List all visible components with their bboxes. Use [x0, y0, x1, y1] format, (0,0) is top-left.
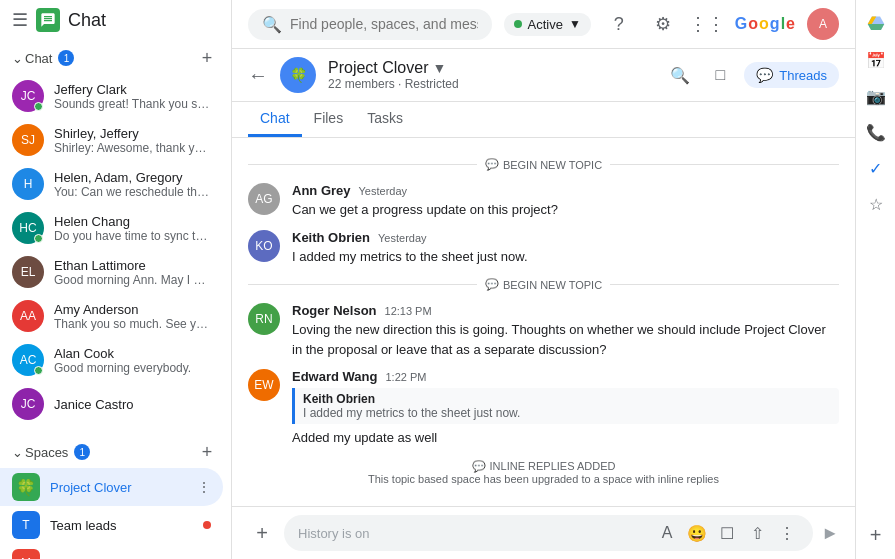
chat-preview: Do you have time to sync tomorrow mori..… [54, 229, 211, 243]
tab-files[interactable]: Files [302, 102, 356, 137]
spaces-section-label: Spaces [25, 445, 68, 460]
chat-name: Shirley, Jeffery [54, 126, 211, 141]
video-call-icon[interactable]: □ [704, 59, 736, 91]
avatar: HC [12, 212, 44, 244]
space-header-sub: 22 members · Restricted [328, 77, 652, 91]
search-input[interactable] [290, 16, 478, 32]
app-logo [36, 8, 60, 32]
topic-divider: 💬 BEGIN NEW TOPIC [248, 158, 839, 171]
chat-name: Alan Cook [54, 346, 211, 361]
chat-item[interactable]: AA Amy Anderson Thank you so much. See y… [0, 294, 223, 338]
google-logo: Google [735, 15, 795, 33]
messages-area: 💬 BEGIN NEW TOPIC AG Ann Grey Yesterday … [232, 138, 855, 506]
message-group: RN Roger Nelson 12:13 PM Loving the new … [248, 303, 839, 359]
send-button[interactable]: ► [821, 523, 839, 544]
chat-section-toggle[interactable]: ⌄ Chat 1 [12, 50, 74, 66]
unread-dot [203, 521, 211, 529]
attach-file-icon[interactable]: ☐ [715, 521, 739, 545]
chat-item[interactable]: H Helen, Adam, Gregory You: Can we resch… [0, 162, 223, 206]
chat-icon: 💬 [485, 158, 499, 171]
user-avatar[interactable]: A [807, 8, 839, 40]
chat-preview: Sounds great! Thank you so much Ann! [54, 97, 211, 111]
message-sender: Ann Grey [292, 183, 351, 198]
hamburger-icon[interactable]: ☰ [12, 9, 28, 31]
chat-item[interactable]: JC Jeffery Clark Sounds great! Thank you… [0, 74, 223, 118]
chat-item[interactable]: AC Alan Cook Good morning everybody. [0, 338, 223, 382]
space-name: Team leads [50, 518, 193, 533]
status-dot [514, 20, 522, 28]
quoted-sender: Keith Obrien [303, 392, 831, 406]
chat-name: Helen Chang [54, 214, 211, 229]
chat-tabs: Chat Files Tasks [232, 102, 855, 138]
chat-name: Amy Anderson [54, 302, 211, 317]
space-header-name: Project Clover ▼ [328, 59, 652, 77]
chat-item[interactable]: JC Janice Castro [0, 382, 223, 426]
chat-header: ← 🍀 Project Clover ▼ 22 members · Restri… [232, 49, 855, 102]
tab-chat[interactable]: Chat [248, 102, 302, 137]
format-text-icon[interactable]: A [655, 521, 679, 545]
search-bar[interactable]: 🔍 [248, 9, 492, 40]
calendar-icon[interactable]: 📅 [860, 44, 892, 76]
add-attachment-button[interactable]: + [248, 519, 276, 547]
space-name: Project Clover [50, 480, 187, 495]
chat-item[interactable]: SJ Shirley, Jeffery Shirley: Awesome, th… [0, 118, 223, 162]
phone-icon[interactable]: 📞 [860, 116, 892, 148]
message-time: Yesterday [359, 185, 408, 197]
space-options-icon[interactable]: ⋮ [197, 479, 211, 495]
status-button[interactable]: Active ▼ [504, 13, 591, 36]
topbar-right: Active ▼ ? ⚙ ⋮⋮ Google A [504, 8, 839, 40]
space-icon: M [12, 549, 40, 559]
tab-tasks[interactable]: Tasks [355, 102, 415, 137]
chat-preview: Thank you so much. See you there. [54, 317, 211, 331]
help-icon[interactable]: ? [603, 8, 635, 40]
sidebar: ☰ Chat ⌄ Chat 1 + JC Jeffery Clark Sound… [0, 0, 232, 559]
meet-icon[interactable]: 📷 [860, 80, 892, 112]
tasks-icon[interactable]: ✓ [860, 152, 892, 184]
chat-item[interactable]: EL Ethan Lattimore Good morning Ann. May… [0, 250, 223, 294]
add-apps-icon[interactable]: + [860, 519, 892, 551]
space-item-team-leads[interactable]: T Team leads [0, 506, 223, 544]
topic-label: 💬 BEGIN NEW TOPIC [485, 278, 602, 291]
avatar: AC [12, 344, 44, 376]
message-text: I added my metrics to the sheet just now… [292, 247, 839, 267]
input-area: + History is on A 😀 ☐ ⇧ ⋮ ► [232, 506, 855, 559]
chevron-down-icon: ▼ [569, 17, 581, 31]
star-icon[interactable]: ☆ [860, 188, 892, 220]
upload-icon[interactable]: ⇧ [745, 521, 769, 545]
space-icon: T [12, 511, 40, 539]
chat-name: Janice Castro [54, 397, 211, 412]
spaces-section-toggle[interactable]: ⌄ Spaces 1 [12, 444, 90, 460]
settings-icon[interactable]: ⚙ [647, 8, 679, 40]
threads-label: Threads [779, 68, 827, 83]
apps-icon[interactable]: ⋮⋮ [691, 8, 723, 40]
chat-icon: 💬 [485, 278, 499, 291]
inline-replies-sub: This topic based space has been upgraded… [368, 473, 719, 485]
chat-list: JC Jeffery Clark Sounds great! Thank you… [0, 74, 231, 426]
chevron-down-icon: ▼ [432, 60, 446, 76]
message-input-box[interactable]: History is on A 😀 ☐ ⇧ ⋮ [284, 515, 813, 551]
avatar: SJ [12, 124, 44, 156]
back-button[interactable]: ← [248, 64, 268, 87]
message-time: Yesterday [378, 232, 427, 244]
message-group: AG Ann Grey Yesterday Can we get a progr… [248, 183, 839, 220]
add-space-button[interactable]: + [195, 440, 219, 464]
space-item-marketing[interactable]: M Marketing updates [0, 544, 223, 559]
chat-item[interactable]: HC Helen Chang Do you have time to sync … [0, 206, 223, 250]
google-drive-icon[interactable] [860, 8, 892, 40]
search-in-chat-icon[interactable]: 🔍 [664, 59, 696, 91]
avatar: KO [248, 230, 280, 262]
message-group: EW Edward Wang 1:22 PM Keith Obrien I ad… [248, 369, 839, 448]
right-panel: 📅 📷 📞 ✓ ☆ + [855, 0, 895, 559]
add-chat-button[interactable]: + [195, 46, 219, 70]
threads-button[interactable]: 💬 Threads [744, 62, 839, 88]
threads-icon: 💬 [756, 67, 773, 83]
avatar: JC [12, 80, 44, 112]
space-icon: 🍀 [12, 473, 40, 501]
more-options-icon[interactable]: ⋮ [775, 521, 799, 545]
spaces-badge: 1 [74, 444, 90, 460]
emoji-icon[interactable]: 😀 [685, 521, 709, 545]
topic-divider: 💬 BEGIN NEW TOPIC [248, 278, 839, 291]
chat-name: Helen, Adam, Gregory [54, 170, 211, 185]
chevron-down-icon: ⌄ [12, 445, 23, 460]
space-item-project-clover[interactable]: 🍀 Project Clover ⋮ [0, 468, 223, 506]
